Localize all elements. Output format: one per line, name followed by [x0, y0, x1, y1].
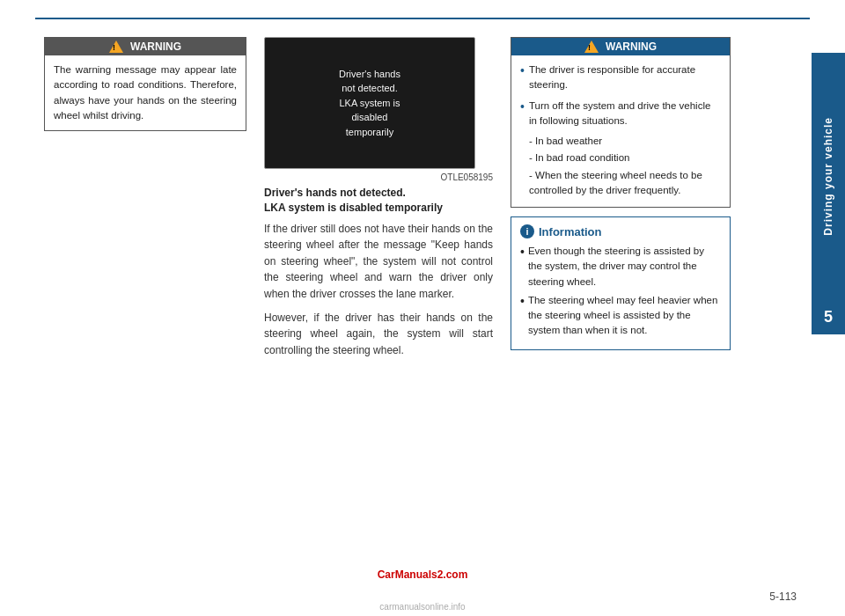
info-bullet-dot-2: •	[520, 292, 525, 339]
dashboard-line4: disabled	[352, 112, 388, 122]
dashboard-line2: not detected.	[342, 83, 398, 93]
dash-item-3: - When the steering wheel needs to be co…	[520, 168, 721, 199]
info-bullet-text-2: The steering wheel may feel heavier when…	[528, 293, 721, 339]
body-text-1: If the driver still does not have their …	[264, 221, 493, 303]
left-warning-text: The warning message may appear late acco…	[54, 62, 237, 123]
info-circle-icon: i	[520, 224, 534, 238]
left-warning-box: WARNING The warning message may appear l…	[44, 37, 246, 131]
information-title: Information	[539, 225, 602, 238]
warning-triangle-icon	[109, 40, 123, 53]
dash-item-2: - In bad road condition	[520, 150, 721, 165]
info-bullet-1: • Even though the steering is assisted b…	[520, 244, 721, 290]
center-column: Driver's hands not detected. LKA system …	[264, 37, 493, 365]
caption-line1: Driver's hands not detected.	[264, 187, 406, 199]
main-content: WARNING The warning message may appear l…	[0, 37, 810, 365]
info-bullet-text-1: Even though the steering is assisted by …	[528, 244, 721, 290]
bullet-dot-1: •	[520, 62, 525, 93]
bullet-dot-2: •	[520, 98, 525, 129]
warning-bullet-text-2: Turn off the system and drive the vehicl…	[529, 99, 721, 129]
dashboard-line1: Driver's hands	[339, 69, 400, 79]
side-tab: Driving your vehicle	[812, 53, 845, 299]
top-line	[35, 18, 810, 19]
warning-bullet-2: • Turn off the system and drive the vehi…	[520, 99, 721, 129]
warning-bullet-text-1: The driver is responsible for accurate s…	[529, 62, 721, 93]
information-box: i Information • Even though the steering…	[511, 216, 731, 350]
right-warning-header: WARNING	[511, 38, 730, 55]
page-number: 5-113	[769, 590, 797, 603]
info-bullet-2: • The steering wheel may feel heavier wh…	[520, 293, 721, 339]
dashboard-line3: LKA system is	[339, 98, 400, 108]
caption-line2: LKA system is disabled temporarily	[264, 202, 443, 214]
right-warning-title: WARNING	[606, 40, 657, 53]
dash-item-1: - In bad weather	[520, 134, 721, 149]
left-warning-header: WARNING	[45, 38, 246, 55]
side-tab-number: 5	[812, 299, 845, 334]
page-container: Driving your vehicle 5 WARNING The warni…	[0, 0, 845, 616]
body-text-2: However, if the driver has their hands o…	[264, 310, 493, 359]
dashboard-display: Driver's hands not detected. LKA system …	[339, 67, 400, 140]
right-warning-box: WARNING • The driver is responsible for …	[511, 37, 731, 208]
warning-bullet-1: • The driver is responsible for accurate…	[520, 62, 721, 93]
watermark: carmanualsonline.info	[379, 602, 465, 612]
side-tab-label: Driving your vehicle	[822, 117, 834, 236]
right-column: WARNING • The driver is responsible for …	[511, 37, 731, 365]
image-code: OTLE058195	[264, 172, 493, 182]
information-header: i Information	[520, 224, 721, 238]
left-warning-title: WARNING	[130, 40, 181, 53]
info-bullet-dot-1: •	[520, 243, 525, 290]
image-caption: Driver's hands not detected. LKA system …	[264, 186, 493, 216]
left-column: WARNING The warning message may appear l…	[44, 37, 246, 365]
right-warning-triangle-icon	[584, 40, 599, 53]
dashboard-image: Driver's hands not detected. LKA system …	[264, 37, 475, 169]
dashboard-line5: temporarily	[346, 127, 393, 137]
carmanuals-link[interactable]: CarManuals2.com	[378, 568, 468, 581]
